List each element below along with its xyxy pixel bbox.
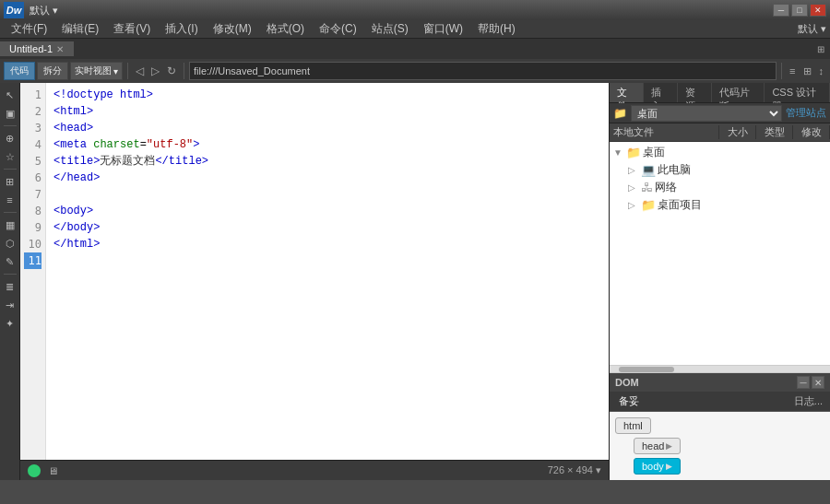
tree-label-desktop: 桌面 — [643, 145, 665, 160]
menu-modify[interactable]: 修改(M) — [206, 19, 259, 39]
left-tool-align[interactable]: ≣ — [2, 278, 18, 295]
tree-item-network[interactable]: ▷ 🖧 网络 — [610, 179, 830, 196]
code-area[interactable]: <!doctype html> <html> <head> <meta char… — [46, 83, 609, 460]
address-bar[interactable] — [189, 62, 777, 80]
file-tree-scrollbar[interactable] — [610, 365, 830, 372]
dom-node-body[interactable]: body ▶ — [634, 458, 681, 475]
nav-back-button[interactable]: ◁ — [133, 64, 147, 77]
left-tool-arrow[interactable]: ↖ — [2, 87, 18, 103]
code-editor: 1 2 3 4 5 6 7 8 9 10 11 <!doctype html> … — [20, 83, 609, 480]
left-tool-indent[interactable]: ⇥ — [2, 297, 18, 313]
left-tool-pencil[interactable]: ✎ — [2, 253, 18, 270]
split-view-button[interactable]: 拆分 — [37, 62, 68, 80]
live-view-dropdown[interactable]: 实时视图 ▾ — [70, 62, 123, 80]
left-tool-panel[interactable]: ≡ — [2, 192, 18, 208]
network-icon: 🖧 — [641, 181, 653, 194]
nav-refresh-button[interactable]: ↻ — [164, 64, 179, 77]
right-tab-css[interactable]: CSS 设计器 — [765, 83, 830, 102]
dom-tab-ready[interactable]: 备妥 — [610, 393, 648, 410]
tab-close-icon[interactable]: ✕ — [56, 44, 64, 54]
tab-row: Untitled-1 ✕ ⊞ — [0, 39, 830, 59]
dimensions-label[interactable]: 726 × 494 ▾ — [548, 464, 601, 476]
tree-toggle-desktop-folder[interactable]: ▷ — [628, 200, 639, 210]
dom-panel-header: DOM ─ ✕ — [610, 373, 830, 392]
code-line-8: <body> — [53, 203, 601, 219]
main-area: ↖ ▣ ⊕ ☆ ⊞ ≡ ▦ ⬡ ✎ ≣ ⇥ ✦ 1 2 3 4 5 6 7 8 … — [0, 83, 830, 480]
left-tool-zoom[interactable]: ⊕ — [2, 130, 18, 147]
right-tab-assets[interactable]: 资源 — [678, 83, 712, 102]
tree-label-computer: 此电脑 — [658, 162, 691, 178]
toolbar-grid-icon[interactable]: ⊞ — [800, 65, 814, 77]
code-line-11 — [53, 252, 601, 269]
desktop-folder-icon: 📁 — [626, 146, 641, 159]
tree-label-network: 网络 — [655, 180, 677, 195]
dom-tree-area: html head ▶ body ▶ — [610, 412, 830, 480]
dom-controls: ─ ✕ — [797, 376, 824, 389]
dom-ctrl-min[interactable]: ─ — [797, 376, 810, 389]
tab-untitled1[interactable]: Untitled-1 ✕ — [0, 41, 74, 56]
right-panel: 文件 插入 资源 代码片断 CSS 设计器 📁 桌面 管理站点 本地文件 大小 … — [609, 83, 830, 480]
minimize-button[interactable]: ─ — [773, 4, 789, 17]
maximize-button[interactable]: □ — [791, 4, 808, 17]
dom-ctrl-close[interactable]: ✕ — [812, 376, 824, 389]
menu-file[interactable]: 文件(F) — [4, 19, 54, 39]
menu-format[interactable]: 格式(O) — [259, 19, 312, 39]
tree-label-desktop-folder: 桌面项目 — [658, 197, 702, 213]
menu-view[interactable]: 查看(V) — [106, 19, 158, 39]
tree-item-computer[interactable]: ▷ 💻 此电脑 — [610, 161, 830, 179]
menu-help[interactable]: 帮助(H) — [470, 19, 523, 39]
live-view-arrow: ▾ — [113, 66, 118, 76]
tree-toggle-network[interactable]: ▷ — [628, 182, 639, 193]
left-tool-snippet[interactable]: ⬡ — [2, 235, 18, 252]
nav-forward-button[interactable]: ▷ — [148, 64, 162, 77]
left-tool-select[interactable]: ▣ — [2, 105, 18, 122]
left-tool-tag[interactable]: ⊞ — [2, 173, 18, 190]
toolbar-resize-icon[interactable]: ↕ — [816, 65, 827, 76]
code-line-2: <html> — [53, 103, 601, 120]
code-line-7 — [53, 186, 601, 203]
dom-node-html[interactable]: html — [615, 417, 651, 434]
workspace-label[interactable]: 默认 ▾ — [798, 22, 826, 36]
code-view-button[interactable]: 代码 — [4, 62, 35, 80]
dw-logo: Dw — [4, 2, 24, 18]
line-num-5: 5 — [24, 153, 42, 170]
left-tool-star[interactable]: ✦ — [2, 315, 18, 332]
left-tool-image[interactable]: ▦ — [2, 217, 18, 233]
file-col-name: 本地文件 — [610, 125, 719, 139]
code-line-3: <head> — [53, 120, 601, 136]
code-line-4: <meta charset="utf-8"> — [53, 136, 601, 153]
toolbar-menu-icon[interactable]: ≡ — [787, 65, 798, 76]
menu-window[interactable]: 窗口(W) — [416, 19, 470, 39]
menu-command[interactable]: 命令(C) — [312, 19, 364, 39]
tree-item-desktop[interactable]: ▼ 📁 桌面 — [610, 144, 830, 161]
tree-toggle-computer[interactable]: ▷ — [628, 165, 639, 175]
location-dropdown[interactable]: 桌面 — [631, 105, 782, 122]
tab-maximize-icon[interactable]: ⊞ — [812, 44, 830, 54]
toolbar-separator-3 — [781, 63, 782, 79]
left-tool-sep-4 — [4, 274, 17, 275]
dom-node-head[interactable]: head ▶ — [634, 438, 681, 454]
menu-insert[interactable]: 插入(I) — [158, 19, 205, 39]
line-num-1: 1 — [24, 87, 42, 103]
file-panel-header: 本地文件 大小 类型 修改 — [610, 123, 830, 142]
folder-icon: 📁 — [613, 107, 627, 120]
close-button[interactable]: ✕ — [810, 4, 826, 17]
tree-toggle-desktop[interactable]: ▼ — [613, 147, 624, 158]
left-tool-hand[interactable]: ☆ — [2, 148, 18, 165]
menu-edit[interactable]: 编辑(E) — [54, 19, 106, 39]
line-num-9: 9 — [24, 219, 42, 236]
scrollbar-thumb[interactable] — [619, 367, 674, 372]
right-tab-snippets[interactable]: 代码片断 — [712, 83, 765, 102]
live-view-label: 实时视图 — [75, 64, 112, 77]
right-tab-insert[interactable]: 插入 — [644, 83, 678, 102]
left-tool-sep-1 — [4, 125, 17, 126]
manage-site-link[interactable]: 管理站点 — [786, 106, 826, 120]
code-line-9: </body> — [53, 219, 601, 236]
tree-item-desktop-folder[interactable]: ▷ 📁 桌面项目 — [610, 196, 830, 214]
dom-tab-log[interactable]: 日志... — [787, 394, 830, 408]
right-tab-files[interactable]: 文件 — [610, 83, 644, 102]
menu-site[interactable]: 站点(S) — [364, 19, 416, 39]
line-num-10: 10 — [24, 236, 42, 252]
status-bar: 🖥 726 × 494 ▾ — [20, 460, 609, 480]
right-panel-tabs: 文件 插入 资源 代码片断 CSS 设计器 — [610, 83, 830, 103]
